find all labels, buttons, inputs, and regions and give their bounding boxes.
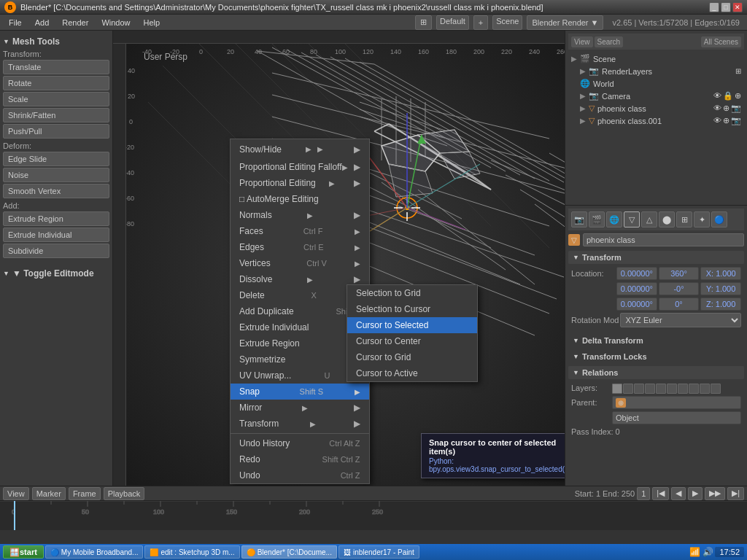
scale-x[interactable]: X: 1.000 [700,267,741,280]
timeline-view-btn[interactable]: View [3,487,29,500]
ctx-undo-history[interactable]: Undo History Ctrl Alt Z [231,435,369,451]
outliner-item-scene[interactable]: ▶ 🎬 Scene [568,52,744,65]
parent-type-field[interactable]: Object [612,411,741,424]
prop-world-icon[interactable]: 🌐 [606,211,622,228]
snap-cursor-to-grid[interactable]: Cursor to Grid [347,349,477,365]
phoenix001-render-icon[interactable]: 📷 [731,116,741,125]
outliner-item-camera[interactable]: ▶ 📷 Camera 👁 🔒 ⊕ [577,90,744,102]
outliner-search-btn[interactable]: Search [595,36,624,47]
taskbar-item-blender[interactable]: 🟠 Blender* [C:\Docume... [241,545,337,559]
menu-file[interactable]: File [3,17,28,28]
outliner-item-renderlayers[interactable]: ▶ 📷 RenderLayers ⊞ [577,65,744,77]
ctx-edges[interactable]: Edges Ctrl E ▶ [231,239,369,255]
scene-add[interactable]: + [473,15,488,30]
loc-z[interactable]: 0.00000° [616,298,657,311]
prop-texture-icon[interactable]: ⊞ [676,211,692,228]
prop-physics-icon[interactable]: 🔵 [711,211,727,228]
subdivide-button[interactable]: Subdivide [3,244,109,258]
ctx-proportional-falloff[interactable]: Proportional Editing Falloff ▶ [231,159,369,175]
snap-selection-to-grid[interactable]: Selection to Grid [347,285,477,301]
camera-restrict-icon[interactable]: ⊕ [735,91,741,101]
object-name-field[interactable] [583,233,744,246]
delta-transform-section[interactable]: Delta Transform [568,334,744,347]
layer-2[interactable] [623,384,633,394]
outliner-item-phoenix-class-001[interactable]: ▶ ▽ phoenix class.001 👁 ⊕ 📷 [577,114,744,127]
smooth-vertex-button[interactable]: Smooth Vertex [3,184,109,198]
menu-help[interactable]: Help [138,17,166,28]
scale-z[interactable]: Z: 1.000 [700,298,741,311]
rotate-button[interactable]: Rotate [3,76,109,90]
loc-y[interactable]: 0.00000° [616,282,657,295]
taskbar-item-sketchup[interactable]: 🟧 edit : Sketchup 3D m... [144,545,239,559]
outliner-item-world[interactable]: 🌐 World [577,77,744,90]
rotation-mode-select[interactable]: XYZ Euler XZY Euler YXZ Euler Quaternion [620,313,741,327]
extrude-individual-button[interactable]: Extrude Individual [3,228,109,242]
renderlayers-icon[interactable]: ⊞ [735,67,741,75]
ctx-mirror[interactable]: Mirror ▶ [231,400,369,416]
timeline-play-fwd[interactable]: ▶▶ [705,487,725,500]
shrink-fatten-button[interactable]: Shrink/Fatten [3,108,109,122]
prop-scene-icon[interactable]: 🎬 [589,211,605,228]
layer-9[interactable] [700,384,710,394]
prop-object-icon[interactable]: ▽ [624,211,640,228]
snap-selection-to-cursor[interactable]: Selection to Cursor [347,301,477,317]
ctx-vertices[interactable]: Vertices Ctrl V ▶ [231,255,369,271]
ctx-show-hide[interactable]: Show/Hide ▶ [231,139,369,159]
taskbar-item-paint[interactable]: 🖼 inblender17 - Paint [338,545,419,559]
noise-button[interactable]: Noise [3,168,109,182]
prop-particles-icon[interactable]: ✦ [694,211,710,228]
prop-render-icon[interactable]: 📷 [571,211,587,228]
push-pull-button[interactable]: Push/Pull [3,124,109,139]
layer-7[interactable] [678,384,688,394]
layout-icon[interactable]: ⊞ [415,15,432,30]
timeline-play-back[interactable]: ◀ [671,487,686,500]
scale-button[interactable]: Scale [3,92,109,106]
snap-cursor-to-center[interactable]: Cursor to Center [347,333,477,349]
layer-1[interactable] [612,384,622,394]
ctx-snap[interactable]: Snap Shift S ▶ [231,384,369,400]
minimize-button[interactable]: _ [709,2,719,12]
camera-eye-icon[interactable]: 👁 [713,91,721,101]
layout-select[interactable]: Default [436,15,469,30]
translate-button[interactable]: Translate [3,60,109,74]
prop-mesh-icon[interactable]: △ [641,211,657,228]
layer-5[interactable] [656,384,666,394]
tray-network-icon[interactable]: 📶 [689,547,700,557]
outliner-item-phoenix-class[interactable]: ▶ ▽ phoenix class 👁 ⊕ 📷 [577,102,744,114]
toggle-editmode-header[interactable]: ▼ Toggle Editmode [3,268,109,279]
menu-render[interactable]: Render [56,17,94,28]
timeline-playback-btn[interactable]: Playback [104,487,145,500]
maximize-button[interactable]: □ [721,2,731,12]
taskbar-item-broadband[interactable]: 🔵 My Mobile Broadband... [45,545,144,559]
rotation-z[interactable]: 0° [659,298,700,311]
ctx-transform[interactable]: Transform ▶ [231,416,369,432]
ctx-normals[interactable]: Normals ▶ [231,207,369,223]
phoenix-cursor-icon[interactable]: ⊕ [723,104,729,113]
loc-x[interactable]: 0.00000° [616,267,657,280]
outliner-scenes-btn[interactable]: All Scenes [701,36,741,47]
ctx-proportional-editing[interactable]: Proportional Editing ▶ [231,175,369,191]
ctx-redo[interactable]: Redo Shift Ctrl Z [231,451,369,467]
layer-6[interactable] [667,384,677,394]
close-button[interactable]: ✕ [732,2,743,12]
start-button[interactable]: 🪟 start [3,545,44,559]
timeline-frame-btn[interactable]: Frame [69,487,101,500]
ctx-automerge[interactable]: □ AutoMerge Editing [231,191,369,207]
scale-y[interactable]: Y: 1.000 [700,282,741,295]
phoenix-eye-icon[interactable]: 👁 [713,104,721,113]
timeline-marker-btn[interactable]: Marker [32,487,66,500]
parent-field[interactable]: ⊕ [612,396,741,409]
tray-volume-icon[interactable]: 🔊 [703,547,713,557]
menu-add[interactable]: Add [29,17,55,28]
ctx-faces[interactable]: Faces Ctrl F ▶ [231,223,369,239]
mesh-tools-header[interactable]: Mesh Tools [3,36,109,47]
camera-render-icon[interactable]: 🔒 [723,91,733,101]
layer-10[interactable] [711,384,721,394]
timeline-play[interactable]: ▶ [688,487,703,500]
layer-3[interactable] [634,384,644,394]
transform-section[interactable]: Transform [568,251,744,264]
rotation-y[interactable]: -0° [659,282,700,295]
render-engine-btn[interactable]: Blender Render ▼ [527,15,603,30]
layer-4[interactable] [645,384,655,394]
relations-section[interactable]: Relations [568,366,744,379]
